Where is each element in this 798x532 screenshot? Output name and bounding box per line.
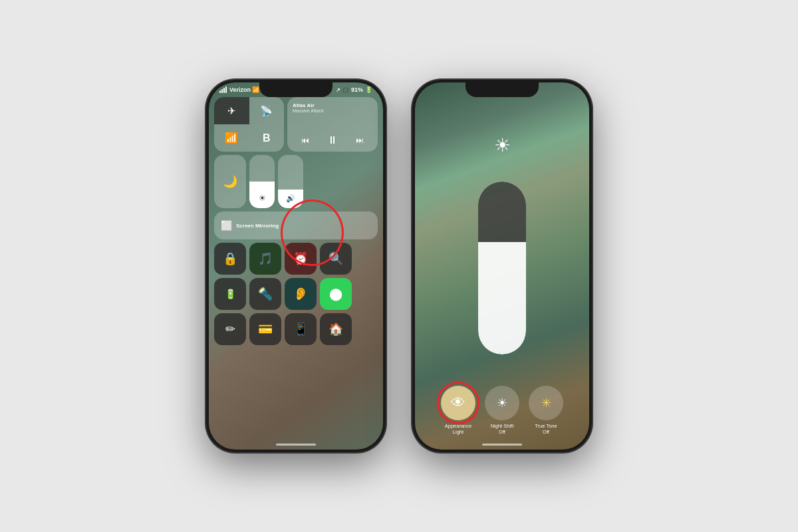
- magnifier-btn[interactable]: 🔍: [320, 243, 352, 275]
- appearance-circle: 👁: [441, 386, 475, 420]
- cc-row-sliders: 🌙 ☀ 🔊: [214, 155, 378, 208]
- record-btn[interactable]: ⬤: [320, 278, 352, 310]
- location-icon: ↗: [336, 87, 340, 93]
- music-title: Atlas Air: [293, 102, 372, 108]
- true-tone-label: True ToneOff: [535, 423, 557, 435]
- home-indicator-1[interactable]: [276, 444, 316, 446]
- slider-light-section: [478, 242, 526, 354]
- control-center: Verizon 📶 ↗ 🎧 91% 🔋 ✈ 📡 📶: [209, 82, 383, 450]
- phone-1: Verizon 📶 ↗ 🎧 91% 🔋 ✈ 📡 📶: [206, 80, 386, 452]
- mirror-label: Screen Mirroring: [236, 223, 279, 229]
- appearance-btn[interactable]: 👁 AppearanceLight: [441, 386, 475, 435]
- night-shift-label: Night ShiftOff: [491, 423, 514, 435]
- night-shift-btn[interactable]: ☀ Night ShiftOff: [485, 386, 519, 435]
- brightness-sun-icon: ☀: [494, 134, 511, 156]
- bottom-controls: 👁 AppearanceLight ☀ Night ShiftOff ✳: [436, 379, 569, 450]
- cellular-btn[interactable]: 📡: [249, 97, 285, 124]
- wallet-btn[interactable]: 💳: [249, 313, 281, 345]
- true-tone-icon: ✳: [541, 396, 551, 410]
- screen-mirror-btn[interactable]: ⬜ Screen Mirroring: [214, 211, 378, 239]
- remote-btn[interactable]: 📱: [285, 313, 317, 345]
- connectivity-panel: ✈ 📡 📶 B: [214, 97, 284, 152]
- appearance-icon: 👁: [451, 394, 466, 412]
- battery-icon: 🔋: [365, 86, 372, 93]
- volume-icon: 🔊: [286, 194, 295, 203]
- cc-app-row-1: 🔒 🎵 ⏰ 🔍: [214, 243, 378, 275]
- brightness-slider[interactable]: ☀: [249, 155, 275, 208]
- carrier-label: Verizon: [229, 86, 251, 93]
- next-btn[interactable]: ⏭: [356, 136, 364, 145]
- hearing-btn[interactable]: 👂: [285, 278, 317, 310]
- music-info: Atlas Air Massive Attack: [293, 102, 372, 113]
- volume-slider[interactable]: 🔊: [278, 155, 303, 208]
- battery-btn[interactable]: 🔋: [214, 278, 246, 310]
- clock-btn[interactable]: ⏰: [285, 243, 317, 275]
- notch-2: [466, 82, 539, 97]
- wifi-btn[interactable]: 📶: [214, 124, 249, 152]
- phone-1-screen: Verizon 📶 ↗ 🎧 91% 🔋 ✈ 📡 📶: [209, 82, 383, 450]
- brightness-icon: ☀: [259, 194, 266, 203]
- wifi-status-icon: 📶: [252, 86, 259, 93]
- cc-row-mirror: ⬜ Screen Mirroring: [214, 211, 378, 239]
- true-tone-btn[interactable]: ✳ True ToneOff: [529, 386, 563, 435]
- control-center-grid: ✈ 📡 📶 B Atlas Air Massive Attack ⏮ ⏸: [209, 94, 383, 348]
- voice-memo-btn[interactable]: 🎵: [249, 243, 281, 275]
- appearance-label: AppearanceLight: [445, 423, 471, 435]
- brightness-expanded: ☀ 👁 AppearanceLight: [415, 82, 589, 450]
- night-shift-icon: ☀: [497, 396, 507, 410]
- phone-2-screen: ☀ 👁 AppearanceLight: [415, 82, 589, 450]
- true-tone-circle: ✳: [529, 386, 563, 420]
- notes-btn[interactable]: ✏: [214, 313, 246, 345]
- music-artist: Massive Attack: [293, 108, 372, 113]
- home-btn[interactable]: 🏠: [320, 313, 352, 345]
- brightness-slider-container: [478, 156, 526, 379]
- do-not-disturb-btn[interactable]: 🌙: [214, 155, 246, 208]
- cc-app-row-3: ✏ 💳 📱 🏠: [214, 313, 378, 345]
- home-indicator-2[interactable]: [482, 444, 522, 446]
- headphone-icon: 🎧: [342, 87, 349, 93]
- lock-rotation-btn[interactable]: 🔒: [214, 243, 246, 275]
- brightness-big-slider[interactable]: [478, 182, 526, 354]
- cc-row-top: ✈ 📡 📶 B Atlas Air Massive Attack ⏮ ⏸: [214, 97, 378, 152]
- status-left: Verizon 📶: [219, 86, 259, 93]
- slider-dark-section: [478, 182, 526, 242]
- airplane-mode-btn[interactable]: ✈: [214, 97, 249, 124]
- flashlight-btn[interactable]: 🔦: [249, 278, 281, 310]
- music-panel: Atlas Air Massive Attack ⏮ ⏸ ⏭: [287, 97, 378, 152]
- prev-btn[interactable]: ⏮: [301, 136, 309, 145]
- mirror-icon: ⬜: [221, 220, 232, 231]
- pause-btn[interactable]: ⏸: [327, 134, 338, 146]
- phone-2: ☀ 👁 AppearanceLight: [412, 80, 592, 452]
- status-right: ↗ 🎧 91% 🔋: [336, 86, 372, 93]
- music-controls: ⏮ ⏸ ⏭: [293, 134, 372, 146]
- cc-app-row-2: 🔋 🔦 👂 ⬤: [214, 278, 378, 310]
- battery-label: 91%: [351, 86, 363, 93]
- notch-1: [259, 82, 332, 97]
- bluetooth-btn[interactable]: B: [249, 124, 285, 152]
- signal-icon: [219, 86, 227, 93]
- night-shift-circle: ☀: [485, 386, 519, 420]
